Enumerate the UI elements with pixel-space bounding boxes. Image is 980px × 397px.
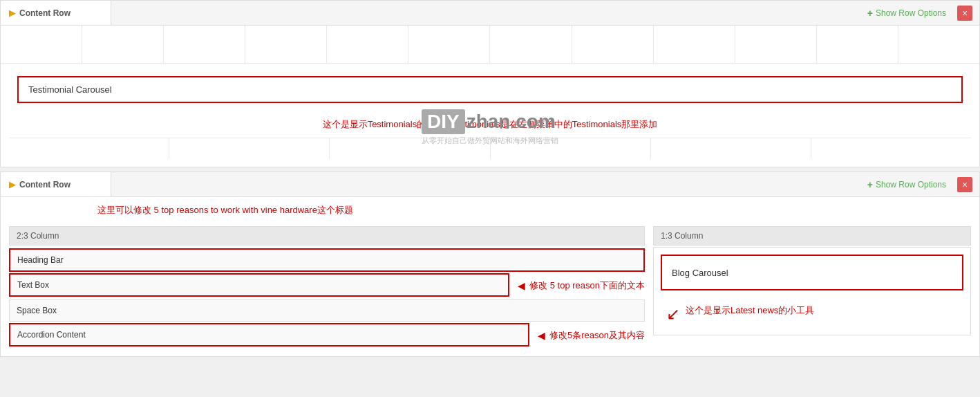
section2: ▶ Content Row + Show Row Options × 这里可以修… — [0, 172, 980, 357]
testimonial-annotation: 这个是显示Testimonials的工具，testimonials是在左侧菜单中… — [9, 109, 971, 138]
text-box-annotation-text: 修改 5 top reason下面的文本 — [529, 279, 645, 292]
grid-col — [245, 26, 327, 63]
text-box-item[interactable]: Text Box — [9, 273, 509, 297]
annotation-left-text: 这里可以修改 5 top reasons to work with vine h… — [97, 205, 353, 215]
right-annotation-text: 这个是显示Latest news的小工具 — [686, 304, 814, 317]
col-left-header: 2:3 Column — [9, 226, 645, 246]
accordion-wrapper: Accordion Content 修改5条reason及其内容 — [9, 323, 645, 348]
close-icon-1: × — [962, 8, 968, 19]
row-label-1: ▶ Content Row — [1, 1, 111, 25]
grid-col — [490, 26, 572, 63]
grid-col — [327, 26, 408, 63]
grid-col — [651, 138, 811, 158]
show-row-options-btn-1[interactable]: + Show Row Options — [862, 5, 952, 21]
grid-col — [898, 26, 979, 63]
text-box-annotation: 修改 5 top reason下面的文本 — [518, 279, 645, 292]
heading-bar-item[interactable]: Heading Bar — [9, 248, 645, 272]
row-label-2: ▶ Content Row — [1, 172, 111, 196]
grid-col — [408, 26, 490, 63]
right-arrow-annotation: ↙ 这个是显示Latest news的小工具 — [666, 304, 814, 324]
right-annotation: ↙ 这个是显示Latest news的小工具 — [661, 297, 963, 328]
accordion-item[interactable]: Accordion Content — [9, 323, 529, 347]
text-box-wrapper: Text Box 修改 5 top reason下面的文本 — [9, 273, 645, 298]
accordion-annotation-text: 修改5条reason及其内容 — [549, 329, 645, 342]
grid-col — [9, 138, 169, 158]
grid-col — [330, 138, 490, 158]
plus-icon-2: + — [867, 179, 873, 190]
right-col-content: Blog Carousel ↙ 这个是显示Latest news的小工具 — [654, 248, 970, 335]
close-row-btn-2[interactable]: × — [957, 177, 972, 192]
grid-col — [491, 138, 651, 158]
testimonial-carousel-box[interactable]: Testimonial Carousel — [17, 76, 963, 103]
accordion-annotation: 修改5条reason及其内容 — [538, 329, 645, 342]
row-header-2: ▶ Content Row + Show Row Options × — [1, 172, 979, 197]
down-left-arrow-icon: ↙ — [666, 304, 680, 324]
close-row-btn-1[interactable]: × — [957, 6, 972, 21]
plus-icon-1: + — [867, 8, 873, 19]
arrow-icon-1: ▶ — [9, 8, 15, 18]
grid-col — [817, 26, 898, 63]
blog-carousel-box[interactable]: Blog Carousel — [661, 255, 963, 290]
grid-area-1 — [1, 26, 979, 64]
section1-body: Testimonial Carousel 这个是显示Testimonials的工… — [1, 64, 979, 167]
row-header-right-1: + Show Row Options × — [862, 5, 979, 21]
heading-bar-label: Heading Bar — [17, 255, 64, 265]
grid-col — [82, 26, 164, 63]
col-right: 1:3 Column Blog Carousel ↙ 这个是显示Latest n… — [653, 226, 971, 348]
row-label-text-1: Content Row — [19, 8, 70, 18]
section2-top-annotation: 这里可以修改 5 top reasons to work with vine h… — [1, 197, 979, 219]
grid-col — [654, 26, 735, 63]
heading-bar-wrapper: ↘ Heading Bar — [9, 247, 645, 272]
row-header-right-2: + Show Row Options × — [862, 176, 979, 193]
text-box-label: Text Box — [17, 280, 49, 290]
section1: ▶ Content Row + Show Row Options × — [0, 0, 980, 167]
grid-col — [811, 138, 971, 158]
show-row-options-label-2: Show Row Options — [876, 180, 946, 190]
show-row-options-btn-2[interactable]: + Show Row Options — [862, 176, 952, 193]
grid-col — [169, 138, 330, 158]
arrow-icon-2: ▶ — [9, 180, 15, 190]
accordion-label: Accordion Content — [17, 330, 86, 340]
grid-col — [164, 26, 245, 63]
row-label-text-2: Content Row — [19, 180, 70, 190]
right-col-inner: Blog Carousel ↙ 这个是显示Latest news的小工具 — [653, 247, 971, 335]
space-box-item[interactable]: Space Box — [9, 299, 645, 322]
col-left: 2:3 Column ↘ Heading Bar — [9, 226, 645, 348]
space-box-label: Space Box — [17, 306, 57, 315]
grid-col — [1, 26, 82, 63]
row-header-1: ▶ Content Row + Show Row Options × — [1, 1, 979, 26]
show-row-options-label-1: Show Row Options — [876, 8, 946, 18]
grid-col — [735, 26, 817, 63]
col-right-header: 1:3 Column — [653, 226, 971, 246]
close-icon-2: × — [962, 179, 968, 190]
section2-body: 2:3 Column ↘ Heading Bar — [1, 219, 979, 356]
columns-wrapper: 2:3 Column ↘ Heading Bar — [9, 226, 971, 348]
grid-col — [572, 26, 654, 63]
grid-lines-1 — [1, 26, 979, 63]
testimonial-carousel-label: Testimonial Carousel — [28, 84, 112, 95]
blog-carousel-label: Blog Carousel — [672, 268, 728, 278]
